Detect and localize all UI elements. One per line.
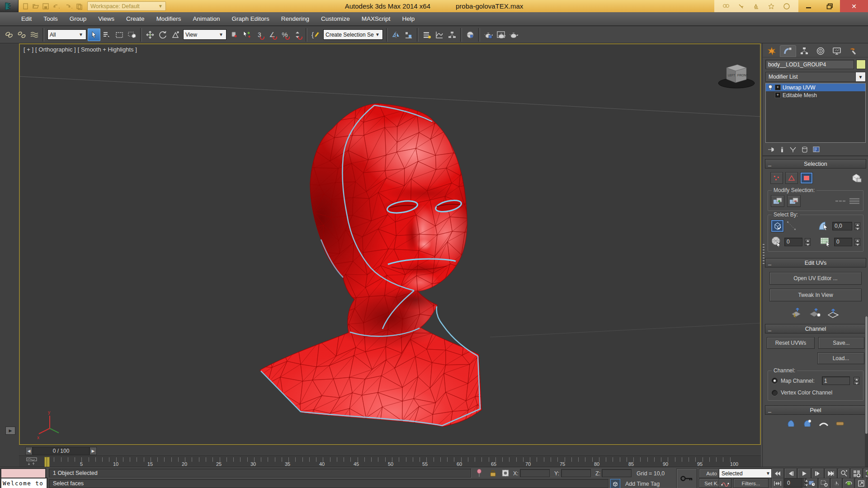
tab-hierarchy[interactable]	[796, 45, 812, 57]
open-file-icon[interactable]	[32, 3, 39, 10]
menu-help[interactable]: Help	[396, 12, 421, 26]
lightbulb-icon[interactable]	[768, 84, 773, 90]
peel-mode-icon[interactable]	[786, 418, 797, 427]
quick-planar-map-icon[interactable]	[791, 307, 804, 319]
menu-create[interactable]: Create	[120, 12, 151, 26]
modifier-list-dropdown[interactable]: Modifier List ▼	[765, 72, 866, 82]
planar-angle-icon[interactable]	[818, 220, 830, 232]
menu-edit[interactable]: Edit	[15, 12, 38, 26]
named-selection-combo[interactable]: Create Selection Se ▼	[323, 29, 383, 40]
menu-customize[interactable]: Customize	[315, 12, 356, 26]
rollout-channel-header[interactable]: _ Channel	[765, 324, 866, 333]
panel-scrollbar[interactable]	[865, 316, 868, 467]
reset-uvws-button[interactable]: Reset UVWs	[767, 337, 815, 349]
expand-icon[interactable]: +	[775, 84, 781, 90]
panel-resize-grip[interactable]	[763, 244, 764, 264]
schematic-view-icon[interactable]	[446, 28, 458, 41]
tab-create[interactable]	[764, 45, 780, 57]
workspace-selector[interactable]: Workspace: Default ▼	[87, 1, 166, 11]
load-uvws-button[interactable]: Load...	[817, 352, 864, 364]
select-by-material-id-icon[interactable]	[771, 236, 783, 248]
render-setup-icon[interactable]	[482, 28, 495, 41]
zoom-all-icon[interactable]	[850, 468, 863, 479]
window-crossing-toggle-icon[interactable]	[126, 28, 138, 41]
open-uv-editor-button[interactable]: Open UV Editor ...	[769, 272, 862, 285]
subobject-vertex-button[interactable]	[770, 172, 783, 184]
maximize-button[interactable]	[819, 0, 840, 12]
selection-lock-icon[interactable]	[488, 469, 497, 478]
stack-row-editable-mesh[interactable]: + Editable Mesh	[766, 91, 865, 99]
material-editor-icon[interactable]	[464, 28, 476, 41]
orbit-icon[interactable]	[843, 478, 854, 488]
menu-modifiers[interactable]: Modifiers	[151, 12, 187, 26]
open-mini-curve-editor-icon[interactable]	[26, 457, 38, 466]
remove-modifier-icon[interactable]	[802, 146, 808, 153]
absolute-offset-toggle-icon[interactable]	[501, 469, 510, 478]
rectangular-selection-region-icon[interactable]	[113, 28, 126, 41]
zoom-extents-button[interactable]	[863, 468, 868, 479]
modifier-stack[interactable]: + Unwrap UVW + Editable Mesh	[765, 83, 866, 143]
vertex-color-radio[interactable]	[772, 390, 778, 396]
maxscript-listener-pane[interactable]: Welcome to	[1, 478, 47, 488]
time-configuration-button[interactable]	[806, 478, 818, 488]
redo-icon[interactable]	[64, 3, 73, 10]
pelt-map-icon[interactable]	[818, 418, 829, 427]
menu-maxscript[interactable]: MAXScript	[356, 12, 396, 26]
spinner-snap-icon[interactable]	[291, 28, 304, 41]
percent-snap-icon[interactable]: %	[278, 28, 291, 41]
keyhole-icon[interactable]	[738, 3, 744, 9]
fetch-icon[interactable]	[75, 3, 83, 10]
close-button[interactable]: ✕	[840, 0, 868, 12]
curve-editor-icon[interactable]	[433, 28, 446, 41]
add-time-tag-text[interactable]: Add Time Tag	[625, 481, 660, 487]
save-uvws-button[interactable]: Save...	[818, 337, 864, 349]
use-pivot-center-icon[interactable]	[228, 28, 241, 41]
tab-utilities[interactable]	[845, 45, 861, 57]
y-coord-field[interactable]	[561, 469, 591, 477]
viewport-label[interactable]: [ + ] [ Orthographic ] [ Smooth + Highli…	[24, 46, 137, 53]
map-channel-spinner[interactable]	[854, 377, 859, 385]
maximize-viewport-toggle[interactable]	[855, 478, 867, 488]
rendered-frame-window-icon[interactable]	[495, 28, 507, 41]
tweak-in-view-button[interactable]: Tweak In View	[769, 289, 862, 301]
next-frame-button[interactable]	[811, 468, 824, 479]
rollout-selection-header[interactable]: _ Selection	[765, 159, 866, 169]
viewport-general-menu[interactable]: [ + ]	[24, 46, 33, 53]
shrink-selection-button[interactable]	[787, 195, 801, 207]
go-to-start-button[interactable]	[771, 468, 784, 479]
planar-angle-field[interactable]: 0,0	[832, 222, 852, 230]
undo-icon[interactable]	[52, 3, 61, 10]
viewport-shading-menu[interactable]: [ Smooth + Highlights ]	[78, 46, 137, 53]
key-filters-button[interactable]: Filters...	[733, 479, 769, 488]
unlink-selection-icon[interactable]	[15, 28, 28, 41]
select-and-scale-icon[interactable]	[169, 28, 182, 41]
configure-modifier-sets-icon[interactable]	[812, 146, 821, 153]
select-element-icon[interactable]	[851, 173, 863, 183]
viewport-pov-menu[interactable]: [ Orthographic ]	[35, 46, 76, 53]
rollout-peel-header[interactable]: _ Peel	[765, 405, 866, 415]
subobject-edge-button[interactable]	[785, 172, 798, 184]
current-frame-marker[interactable]	[44, 457, 50, 467]
select-object-button[interactable]	[88, 28, 100, 41]
angle-snap-icon[interactable]: ∠	[266, 28, 278, 41]
viewport-orthographic[interactable]: FRONT LEFT x y [ + ] [ Orthographic ] [ …	[19, 43, 761, 445]
play-animation-button[interactable]	[797, 468, 811, 479]
object-name-field[interactable]: body__LOD1_GROUP4	[765, 60, 854, 69]
edit-named-selection-sets-icon[interactable]: {	[309, 28, 322, 41]
pan-hand-icon[interactable]	[830, 478, 842, 488]
grow-selection-button[interactable]	[771, 195, 784, 207]
key-filter-combo[interactable]: Selected ▼	[719, 469, 773, 478]
select-and-move-icon[interactable]	[144, 28, 156, 41]
selection-filter-combo[interactable]: All ▼	[47, 29, 86, 40]
pin-stack-icon[interactable]	[767, 146, 775, 153]
user-icon[interactable]	[753, 3, 759, 9]
scrollbar-thumb[interactable]	[865, 316, 868, 434]
peel-reset-icon[interactable]	[802, 418, 813, 427]
mirror-icon[interactable]	[390, 28, 402, 41]
reference-coordinate-combo[interactable]: View ▼	[183, 29, 226, 40]
menu-rendering[interactable]: Rendering	[275, 12, 315, 26]
head-mesh[interactable]	[247, 95, 503, 445]
frame-spinner[interactable]	[803, 478, 806, 487]
smoothing-group-spinner[interactable]	[854, 238, 860, 246]
material-id-field[interactable]: 0	[784, 238, 802, 246]
